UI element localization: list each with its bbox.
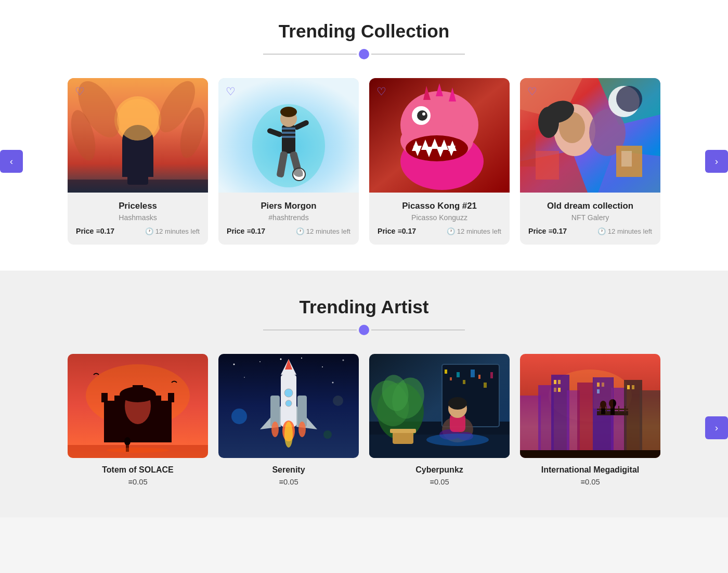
like-button-piers-morgon[interactable]: ♡ (226, 85, 236, 98)
svg-rect-103 (457, 372, 460, 377)
svg-point-53 (538, 107, 559, 138)
artist-name-totem: Totem of SOLACE (68, 465, 208, 475)
svg-rect-56 (536, 151, 559, 180)
svg-point-38 (422, 112, 425, 116)
card-footer-priceless: Price ≡0.17 🕐 12 minutes left (76, 227, 200, 235)
svg-rect-67 (168, 393, 174, 402)
card-image-piers-morgon (218, 78, 359, 193)
card-body-picasso-kong: Picasso Kong #21 Picasso Konguzz Price ≡… (369, 193, 510, 245)
price-label-priceless: Price (76, 227, 94, 235)
svg-point-120 (448, 397, 467, 410)
card-footer-picasso-kong: Price ≡0.17 🕐 12 minutes left (378, 227, 501, 235)
svg-rect-147 (618, 406, 619, 413)
svg-rect-20 (282, 132, 295, 134)
card-timer-picasso-kong: 🕐 12 minutes left (447, 227, 501, 235)
svg-rect-57 (520, 130, 536, 167)
price-value-priceless: ≡0.17 (96, 227, 114, 235)
artist-cards-wrapper: Totem of SOLACE ≡0.05 (0, 354, 728, 486)
card-image-priceless (68, 78, 208, 193)
artist-divider-dot (359, 325, 369, 335)
svg-rect-136 (558, 388, 561, 392)
prev-button[interactable]: ‹ (0, 150, 23, 173)
svg-point-71 (107, 448, 169, 453)
card-timer-piers-morgon: 🕐 12 minutes left (296, 227, 350, 235)
price-value-piers-morgon: ≡0.17 (246, 227, 265, 235)
svg-rect-66 (101, 393, 108, 402)
svg-point-93 (284, 422, 293, 448)
like-button-old-dream[interactable]: ♡ (527, 85, 537, 98)
artist-image-international (520, 354, 660, 458)
svg-point-121 (426, 434, 489, 446)
card-title-picasso-kong: Picasso Kong #21 (378, 201, 501, 211)
like-button-picasso-kong[interactable]: ♡ (376, 85, 386, 98)
clock-icon-old-dream: 🕐 (597, 227, 606, 235)
artist-card-serenity: Serenity ≡0.05 (218, 354, 359, 486)
svg-rect-124 (520, 396, 541, 458)
card-title-priceless: Priceless (76, 201, 200, 211)
svg-point-51 (616, 86, 642, 112)
svg-rect-153 (593, 377, 613, 409)
card-subtitle-old-dream: NFT Galery (528, 213, 652, 222)
svg-rect-154 (520, 450, 660, 458)
svg-rect-134 (558, 380, 561, 384)
artist-image-totem (68, 354, 208, 458)
card-timer-old-dream: 🕐 12 minutes left (597, 227, 652, 235)
card-title-piers-morgon: Piers Morgon (227, 201, 350, 211)
divider-dot (359, 49, 369, 59)
svg-point-76 (322, 366, 323, 367)
svg-point-1 (114, 96, 161, 143)
svg-point-7 (130, 135, 146, 151)
price-label-old-dream: Price (528, 227, 546, 235)
card-piers-morgon: ♡ (218, 78, 359, 245)
svg-point-92 (298, 422, 306, 437)
card-body-priceless: Priceless Hashmasks Price ≡0.17 🕐 12 min… (68, 193, 208, 245)
svg-rect-135 (554, 388, 556, 392)
svg-rect-101 (445, 370, 447, 374)
svg-rect-128 (577, 383, 593, 458)
artist-price-cyberpunkz: ≡0.05 (369, 478, 510, 486)
svg-rect-106 (478, 375, 480, 379)
artist-name-international: International Megadigital (520, 465, 660, 475)
next-button-artist[interactable]: › (705, 416, 728, 439)
collection-cards-wrapper: ‹ ♡ (0, 78, 728, 245)
svg-point-80 (332, 382, 334, 384)
artist-card-totem: Totem of SOLACE ≡0.05 (68, 354, 208, 486)
svg-point-74 (259, 361, 261, 362)
card-image-picasso-kong (369, 78, 510, 193)
card-timer-priceless: 🕐 12 minutes left (145, 227, 200, 235)
timer-text-old-dream: 12 minutes left (608, 227, 652, 235)
trending-collection-section: Trending Collection ‹ ♡ (0, 0, 728, 271)
price-value-old-dream: ≡0.17 (548, 227, 567, 235)
artist-card-cyberpunkz: Cyberpunkz ≡0.05 (369, 354, 510, 486)
artist-image-serenity (218, 354, 359, 458)
svg-rect-62 (104, 401, 114, 442)
timer-text-picasso-kong: 12 minutes left (457, 227, 501, 235)
card-body-old-dream: Old dream collection NFT Galery Price ≡0… (520, 193, 660, 245)
artist-divider-line-right (371, 329, 465, 330)
card-priceless: ♡ (68, 78, 208, 245)
collection-cards-container: ♡ (36, 78, 692, 245)
price-value-picasso-kong: ≡0.17 (397, 227, 416, 235)
next-button-collection[interactable]: › (705, 150, 728, 173)
artist-cards-container: Totem of SOLACE ≡0.05 (0, 354, 728, 486)
svg-rect-104 (463, 380, 465, 384)
card-price-priceless: Price ≡0.17 (76, 227, 114, 235)
artist-price-totem: ≡0.05 (68, 478, 208, 486)
like-button-priceless[interactable]: ♡ (75, 85, 85, 98)
card-price-piers-morgon: Price ≡0.17 (227, 227, 265, 235)
trending-collection-title: Trending Collection (0, 21, 728, 42)
clock-icon-piers: 🕐 (296, 227, 304, 235)
svg-rect-114 (390, 429, 416, 433)
divider-line-right (371, 54, 465, 55)
clock-icon-priceless: 🕐 (145, 227, 153, 235)
svg-rect-21 (282, 136, 295, 138)
card-image-old-dream (520, 78, 660, 193)
svg-rect-19 (282, 128, 295, 130)
card-subtitle-piers-morgon: #hashtrends (227, 213, 350, 222)
artist-price-serenity: ≡0.05 (218, 478, 359, 486)
svg-point-78 (301, 358, 302, 359)
trending-collection-divider (0, 49, 728, 59)
artist-name-cyberpunkz: Cyberpunkz (369, 465, 510, 475)
artist-price-international: ≡0.05 (520, 478, 660, 486)
svg-point-91 (271, 422, 279, 437)
